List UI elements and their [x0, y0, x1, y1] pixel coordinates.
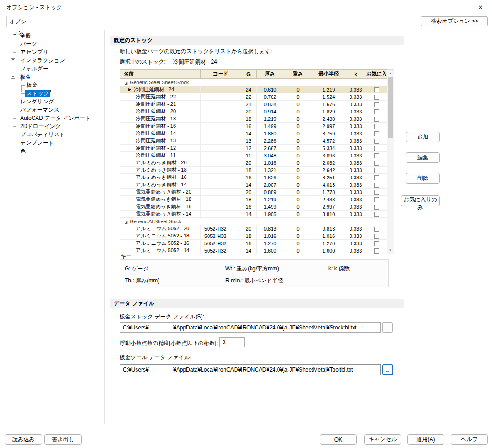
stock-row[interactable]: 冷間圧延鋼材 - 22220.76201.5240.333: [120, 93, 387, 101]
stock-row[interactable]: 冷間圧延鋼材 - 20200.91401.8290.333: [120, 108, 387, 115]
favorite-checkbox[interactable]: [374, 175, 379, 180]
stock-row[interactable]: ▶冷間圧延鋼材 - 24240.61001.2190.333: [120, 86, 387, 93]
tree-item[interactable]: テンプレート: [8, 139, 104, 147]
expand-plus-icon[interactable]: +: [11, 58, 15, 62]
favorite-checkbox[interactable]: [374, 146, 379, 151]
favorite-checkbox[interactable]: [374, 190, 379, 195]
tree-item[interactable]: 2Dドローイング: [8, 122, 104, 130]
vertical-scrollbar[interactable]: ▲ ▼: [387, 69, 394, 254]
tree-item[interactable]: フォルダー: [8, 65, 104, 73]
stock-row[interactable]: 冷間圧延鋼材 - 12122.66705.3340.333: [120, 145, 387, 152]
favorite-checkbox[interactable]: [374, 183, 379, 188]
tree-item[interactable]: パーツ: [8, 40, 104, 48]
export-button[interactable]: 書き出し: [44, 434, 82, 445]
edit-button[interactable]: 編集: [406, 152, 440, 163]
stock-row[interactable]: 冷間圧延鋼材 - 16161.49902.9970.333: [120, 123, 387, 130]
col-k[interactable]: k: [345, 70, 366, 79]
cell-k: 0.333: [345, 203, 366, 211]
tool-file-input[interactable]: [120, 364, 381, 375]
tree-item[interactable]: +インタラクション: [8, 56, 104, 65]
cell-th: 2.286: [257, 137, 284, 145]
col-favorite[interactable]: お気に入...: [366, 70, 387, 79]
stock-name: アルミめっき鋼材 - 18: [136, 167, 187, 173]
stock-row[interactable]: アルミニウム 5052 - 205052-H32200.81300.8130.3…: [120, 225, 387, 232]
stock-row[interactable]: アルミめっき鋼材 - 18181.32102.6420.333: [120, 167, 387, 174]
tree-item[interactable]: AutoCAD データ インポート: [8, 114, 104, 122]
tree-item[interactable]: −板金: [8, 73, 104, 81]
cell-favorite: [366, 130, 387, 137]
favorite-checkbox[interactable]: [374, 153, 379, 158]
stock-row[interactable]: アルミめっき鋼材 - 14142.00704.0130.333: [120, 181, 387, 189]
help-button[interactable]: ヘルプ: [451, 434, 488, 445]
tree-item[interactable]: レンダリング: [8, 97, 104, 106]
stock-row[interactable]: 冷間圧延鋼材 - 18181.21902.4380.333: [120, 115, 387, 123]
favorite-checkbox[interactable]: [374, 109, 379, 114]
col-code[interactable]: コード: [201, 70, 241, 79]
stock-row[interactable]: アルミめっき鋼材 - 16161.62603.2510.333: [120, 174, 387, 181]
stock-row[interactable]: 冷間圧延鋼材 - 11113.04806.0960.333: [120, 152, 387, 159]
tree-item[interactable]: アセンブリ: [8, 48, 104, 56]
stock-row[interactable]: アルミニウム 5052 - 145052-H32141.60001.6000.3…: [120, 247, 387, 254]
favorite-checkbox[interactable]: [374, 124, 379, 129]
stock-row[interactable]: 冷間圧延鋼材 - 13132.28604.5720.333: [120, 137, 387, 145]
favorite-checkbox[interactable]: [374, 102, 379, 107]
stock-name: アルミめっき鋼材 - 20: [136, 160, 187, 165]
scroll-up-icon[interactable]: ▲: [387, 70, 394, 76]
col-gauge[interactable]: G: [241, 70, 257, 79]
stock-row[interactable]: 電気亜鉛めっき鋼材 - 18181.21902.4380.333: [120, 196, 387, 203]
favorite-checkbox[interactable]: [374, 168, 379, 173]
search-options-button[interactable]: 検索オプション >>: [421, 16, 488, 26]
tab-options[interactable]: オプション: [6, 16, 29, 27]
precision-input[interactable]: [219, 337, 245, 347]
tree-item[interactable]: 板金: [8, 81, 104, 89]
tree-item[interactable]: ストック: [8, 89, 104, 97]
tool-file-browse-button[interactable]: ...: [382, 364, 393, 375]
favorite-checkbox[interactable]: [374, 131, 379, 136]
favorite-checkbox[interactable]: [374, 212, 379, 217]
col-min-radius[interactable]: 最小半径: [312, 70, 345, 79]
group-row[interactable]: ◢Generic Steel Sheet Stock: [120, 79, 387, 86]
scrollbar-thumb[interactable]: [388, 77, 393, 138]
stock-file-browse-button[interactable]: ...: [382, 322, 393, 333]
col-weight[interactable]: 重み: [284, 70, 312, 79]
favorite-checkbox[interactable]: [374, 87, 379, 92]
group-expand-icon[interactable]: ◢: [125, 220, 127, 224]
favorite-checkbox[interactable]: [374, 117, 379, 122]
cancel-button[interactable]: キャンセル: [364, 434, 401, 445]
stock-row[interactable]: アルミニウム 5052 - 185052-H32181.01601.0160.3…: [120, 232, 387, 240]
delete-button[interactable]: 削除: [406, 173, 440, 184]
favorite-checkbox[interactable]: [374, 248, 379, 254]
ok-button[interactable]: OK: [320, 434, 357, 445]
collapse-minus-icon[interactable]: −: [11, 75, 15, 79]
tree-item[interactable]: プロパティリスト: [8, 130, 104, 139]
apply-button[interactable]: 適用(A): [407, 434, 444, 445]
group-expand-icon[interactable]: ◢: [125, 81, 127, 85]
favorite-checkbox[interactable]: [374, 95, 379, 100]
favorite-checkbox[interactable]: [374, 227, 379, 232]
favorite-checkbox[interactable]: [374, 139, 379, 144]
tree-item[interactable]: 色: [8, 147, 104, 155]
col-name[interactable]: 名前: [120, 70, 201, 79]
favorite-checkbox[interactable]: [374, 234, 379, 239]
load-button[interactable]: 読み込み: [5, 434, 42, 445]
cell-wt: 0: [284, 203, 312, 211]
add-button[interactable]: 追加: [406, 132, 440, 142]
stock-row[interactable]: 電気亜鉛めっき鋼材 - 16161.49902.9970.333: [120, 203, 387, 211]
scroll-down-icon[interactable]: ▼: [387, 247, 394, 254]
stock-file-input[interactable]: [120, 322, 381, 333]
favorites-only-button[interactable]: お気に入りのみ: [401, 195, 440, 206]
favorite-checkbox[interactable]: [374, 241, 379, 246]
group-row[interactable]: ◢Generic Al Sheet Stock: [120, 218, 387, 225]
favorite-checkbox[interactable]: [374, 205, 379, 210]
tree-item[interactable]: パフォーマンス: [8, 106, 104, 114]
favorite-checkbox[interactable]: [374, 197, 379, 202]
close-button[interactable]: ✕: [470, 0, 491, 14]
stock-row[interactable]: 電気亜鉛めっき鋼材 - 20200.88901.7780.333: [120, 189, 387, 196]
favorite-checkbox[interactable]: [374, 161, 379, 166]
stock-row[interactable]: 冷間圧延鋼材 - 21210.83801.6760.333: [120, 101, 387, 108]
stock-row[interactable]: アルミめっき鋼材 - 20201.01602.0320.333: [120, 159, 387, 167]
stock-row[interactable]: 冷間圧延鋼材 - 14141.88003.7590.333: [120, 130, 387, 137]
stock-row[interactable]: 電気亜鉛めっき鋼材 - 14141.90503.8100.333: [120, 211, 387, 218]
stock-row[interactable]: アルミニウム 5052 - 165052-H32161.27001.2700.3…: [120, 240, 387, 247]
col-thickness[interactable]: 厚み: [257, 70, 284, 79]
